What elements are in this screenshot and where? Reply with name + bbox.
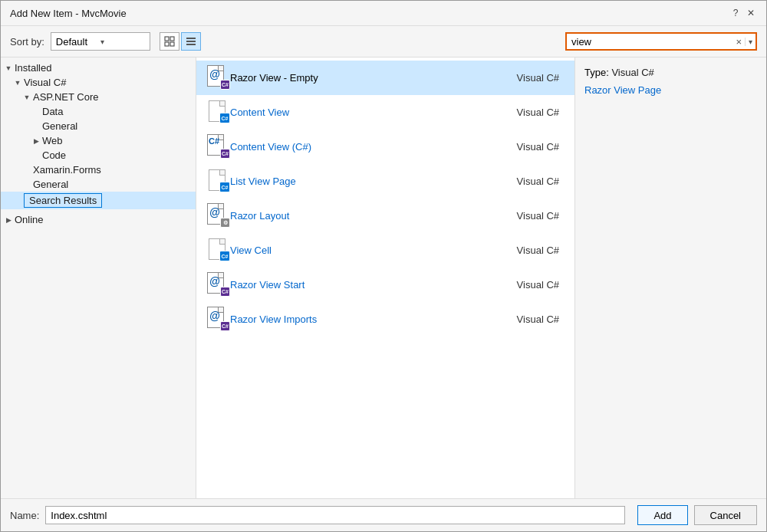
aspnet-toggle-icon: ▼: [22, 93, 31, 102]
item-content-view-csharp-name: Content View (C#): [230, 141, 517, 153]
sidebar-item-installed[interactable]: ▼ Installed: [1, 61, 196, 75]
item-razor-view-start-type: Visual C#: [517, 279, 565, 291]
details-type-label: Type:: [584, 67, 609, 78]
sidebar-item-general[interactable]: ▶ General: [1, 119, 196, 133]
add-new-item-dialog: Add New Item - MvcMovie ? ✕ Sort by: Def…: [0, 0, 767, 532]
item-razor-view-start-name: Razor View Start: [230, 279, 517, 291]
svg-rect-6: [186, 44, 196, 45]
view-icons: [160, 32, 201, 51]
code-label: Code: [42, 149, 66, 161]
general2-label: General: [33, 179, 68, 190]
view-cell-icon: C#: [206, 238, 230, 262]
item-content-view-name: Content View: [230, 107, 517, 118]
grid-icon: [164, 36, 175, 47]
item-razor-layout[interactable]: @ ⚙ Razor Layout Visual C#: [196, 199, 574, 233]
sidebar: ▼ Installed ▼ Visual C# ▼ ASP.NET Core ▶…: [1, 57, 196, 498]
action-buttons: Add Cancel: [637, 505, 757, 525]
online-toggle-icon: ▶: [4, 215, 13, 225]
item-razor-view-empty-type: Visual C#: [517, 72, 565, 84]
web-label: Web: [42, 135, 63, 146]
bottom-bar: Name: Add Cancel: [1, 498, 766, 531]
content-view-icon: C#: [206, 100, 230, 124]
data-label: Data: [42, 106, 63, 117]
item-view-cell-name: View Cell: [230, 245, 517, 256]
title-bar: Add New Item - MvcMovie ? ✕: [1, 1, 766, 26]
item-razor-view-start[interactable]: @ C# Razor View Start Visual C#: [196, 268, 574, 302]
svg-rect-5: [186, 41, 196, 42]
aspnet-label: ASP.NET Core: [33, 91, 99, 103]
grid-view-button[interactable]: [160, 32, 179, 51]
sidebar-item-data[interactable]: ▶ Data: [1, 104, 196, 119]
svg-rect-1: [170, 37, 174, 41]
xamarin-label: Xamarin.Forms: [33, 164, 101, 176]
general-label: General: [42, 120, 77, 132]
list-icon: [186, 36, 196, 47]
item-list-view-page[interactable]: C# List View Page Visual C#: [196, 164, 574, 199]
item-content-view-csharp[interactable]: C# C# Content View (C#) Visual C#: [196, 130, 574, 164]
item-list-view-page-name: List View Page: [230, 176, 517, 187]
razor-view-empty-icon: @ C#: [206, 65, 230, 90]
content-view-csharp-icon: C# C#: [206, 134, 230, 159]
search-input[interactable]: [567, 36, 732, 48]
item-razor-view-empty-name: Razor View - Empty: [230, 72, 517, 84]
sidebar-item-search-results[interactable]: ▶ Search Results: [1, 192, 196, 209]
item-view-cell-type: Visual C#: [517, 245, 565, 256]
cancel-button[interactable]: Cancel: [694, 505, 757, 525]
sort-label: Sort by:: [10, 36, 44, 48]
razor-layout-icon: @ ⚙: [206, 203, 230, 228]
item-razor-layout-name: Razor Layout: [230, 210, 517, 222]
add-button[interactable]: Add: [637, 505, 687, 525]
sidebar-item-aspnet-core[interactable]: ▼ ASP.NET Core: [1, 90, 196, 104]
item-content-view[interactable]: C# Content View Visual C#: [196, 95, 574, 130]
search-results-label[interactable]: Search Results: [24, 193, 102, 208]
window-controls: ? ✕: [729, 7, 757, 19]
visual-csharp-label: Visual C#: [24, 77, 66, 88]
item-razor-view-empty[interactable]: @ C# Razor View - Empty Visual C#: [196, 61, 574, 95]
search-dropdown-icon[interactable]: ▾: [745, 38, 755, 46]
visual-csharp-toggle-icon: ▼: [13, 78, 22, 87]
sidebar-item-xamarin[interactable]: ▶ Xamarin.Forms: [1, 163, 196, 177]
help-button[interactable]: ?: [729, 7, 742, 19]
razor-view-start-icon: @ C#: [206, 272, 230, 297]
item-razor-view-imports[interactable]: @ C# Razor View Imports Visual C#: [196, 302, 574, 337]
item-razor-view-imports-type: Visual C#: [517, 314, 565, 325]
main-content: ▼ Installed ▼ Visual C# ▼ ASP.NET Core ▶…: [1, 57, 766, 498]
svg-rect-4: [186, 38, 196, 39]
item-list-view-page-type: Visual C#: [517, 176, 565, 187]
svg-rect-3: [170, 42, 174, 46]
online-label: Online: [15, 214, 44, 225]
item-content-view-type: Visual C#: [517, 107, 565, 118]
details-panel: Type: Visual C# Razor View Page: [574, 57, 766, 498]
list-view-page-icon: C#: [206, 169, 230, 193]
details-type-row: Type: Visual C#: [584, 67, 757, 78]
items-panel: @ C# Razor View - Empty Visual C# C#: [196, 57, 574, 498]
web-toggle-icon: ▶: [31, 136, 41, 146]
details-description: Razor View Page: [584, 84, 757, 96]
close-button[interactable]: ✕: [745, 7, 757, 19]
sidebar-item-visual-csharp[interactable]: ▼ Visual C#: [1, 75, 196, 90]
sidebar-item-online[interactable]: ▶ Online: [1, 212, 196, 227]
dialog-title: Add New Item - MvcMovie: [10, 8, 127, 19]
sort-arrow-icon: ▾: [100, 38, 145, 46]
dialog-body: Sort by: Default ▾: [1, 26, 766, 531]
item-razor-view-imports-name: Razor View Imports: [230, 314, 517, 325]
svg-rect-0: [165, 37, 169, 41]
sidebar-item-web[interactable]: ▶ Web: [1, 133, 196, 148]
search-clear-icon[interactable]: ×: [732, 36, 745, 48]
sort-value: Default: [56, 36, 100, 48]
item-razor-layout-type: Visual C#: [517, 210, 565, 222]
name-label: Name:: [10, 510, 39, 521]
item-view-cell[interactable]: C# View Cell Visual C#: [196, 233, 574, 268]
item-content-view-csharp-type: Visual C#: [517, 141, 565, 153]
installed-label: Installed: [15, 62, 51, 74]
razor-view-imports-icon: @ C#: [206, 307, 230, 331]
list-view-button[interactable]: [181, 32, 201, 51]
sidebar-item-general2[interactable]: ▶ General: [1, 177, 196, 192]
sort-dropdown[interactable]: Default ▾: [51, 32, 150, 51]
details-type-value: Visual C#: [611, 67, 653, 78]
name-input[interactable]: [45, 506, 625, 524]
top-toolbar: Sort by: Default ▾: [1, 26, 766, 57]
installed-toggle-icon: ▼: [4, 64, 13, 73]
svg-rect-2: [165, 42, 169, 46]
sidebar-item-code[interactable]: ▶ Code: [1, 148, 196, 163]
